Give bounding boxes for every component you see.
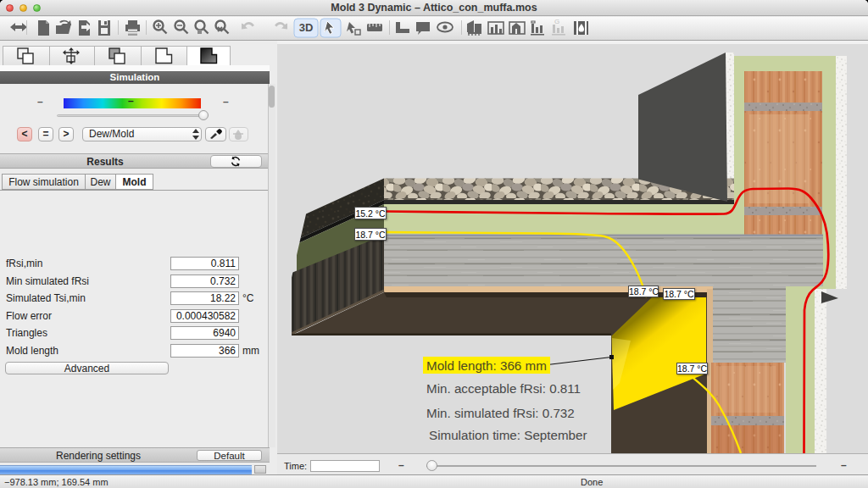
- svg-text:G: G: [554, 18, 559, 25]
- svg-text:3D: 3D: [299, 21, 314, 34]
